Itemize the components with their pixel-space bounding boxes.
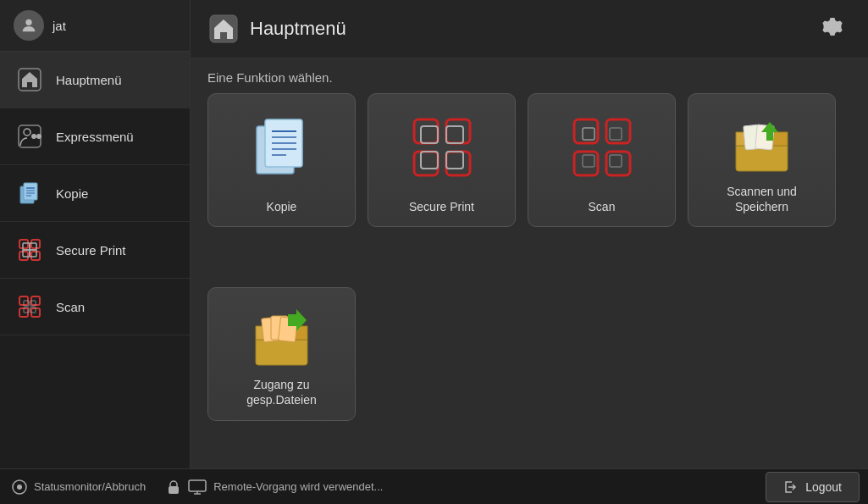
svg-point-58 [17, 485, 22, 490]
svg-rect-51 [610, 155, 622, 167]
svg-rect-7 [24, 183, 37, 200]
logout-button[interactable]: Logout [766, 472, 860, 502]
sidebar-user: jat [0, 0, 190, 52]
svg-point-5 [36, 134, 41, 139]
svg-rect-37 [446, 119, 470, 143]
sidebar-item-hauptmenu-label: Hauptmenü [56, 73, 122, 87]
home-icon [14, 64, 46, 96]
main-header-left: Hauptmenü [207, 13, 346, 45]
sidebar-item-expressmenu[interactable]: Expressmenü [0, 108, 190, 165]
zugang-dateien-card-icon [208, 288, 355, 395]
monitor-icon [188, 479, 207, 495]
status-bar: Statusmonitor/Abbruch Remote-Vorgang wir… [0, 468, 868, 504]
logout-label: Logout [805, 480, 842, 494]
svg-point-0 [25, 19, 31, 25]
scan-card-icon [528, 94, 675, 201]
scannen-speichern-card-icon [688, 94, 835, 201]
svg-rect-50 [583, 155, 594, 167]
sidebar-item-expressmenu-label: Expressmenü [56, 130, 134, 144]
main-home-icon [207, 13, 240, 45]
sidebar-item-scan[interactable]: Scan [0, 279, 190, 335]
main-title: Hauptmenü [250, 18, 346, 40]
username: jat [53, 19, 66, 33]
status-center: Remote-Vorgang wird verwendet... [158, 479, 766, 495]
svg-rect-43 [446, 152, 463, 169]
statusmonitor-icon [12, 479, 27, 495]
function-card-kopie[interactable]: Kopie [207, 93, 356, 227]
svg-rect-39 [446, 152, 470, 175]
svg-rect-15 [31, 252, 40, 260]
svg-point-4 [31, 134, 36, 139]
function-grid: Kopie [191, 93, 868, 468]
sidebar-item-kopie[interactable]: Kopie [0, 165, 190, 222]
settings-button[interactable] [814, 10, 851, 47]
sidebar-item-secure-print[interactable]: Secure Print [0, 222, 190, 279]
function-card-secure-print-label: Secure Print [409, 199, 474, 214]
function-card-scan[interactable]: Scan [528, 93, 676, 227]
main-subtitle: Eine Funktion wählen. [191, 58, 868, 93]
svg-rect-36 [414, 119, 438, 143]
svg-rect-12 [19, 240, 28, 248]
main-header: Hauptmenü [191, 0, 868, 58]
scan-sidebar-icon [14, 291, 46, 323]
function-card-zugang-dateien[interactable]: Zugang zu gesp.Dateien [207, 287, 356, 421]
status-right: Logout [766, 472, 868, 502]
svg-rect-40 [421, 126, 438, 143]
svg-rect-38 [414, 152, 438, 175]
statusmonitor-label: Statusmonitor/Abbruch [34, 480, 146, 493]
function-card-scannen-speichern[interactable]: Scannen und Speichern [688, 93, 836, 227]
function-card-kopie-label: Kopie [267, 199, 297, 214]
svg-rect-41 [446, 126, 463, 143]
function-card-scan-label: Scan [589, 199, 616, 214]
avatar [14, 10, 44, 41]
svg-rect-59 [169, 486, 179, 494]
svg-point-3 [24, 129, 30, 136]
sidebar-item-scan-label: Scan [56, 300, 85, 314]
sidebar-item-secure-print-label: Secure Print [56, 243, 126, 258]
secure-print-sidebar-icon [14, 234, 46, 266]
kopie-sidebar-icon [14, 177, 46, 209]
status-left[interactable]: Statusmonitor/Abbruch [0, 479, 158, 495]
svg-rect-42 [421, 152, 438, 169]
svg-rect-14 [19, 252, 28, 260]
svg-rect-60 [189, 480, 206, 491]
express-icon [14, 120, 46, 152]
svg-rect-48 [583, 128, 594, 140]
sidebar: jat Hauptmenü E [0, 0, 191, 468]
svg-rect-49 [610, 128, 622, 140]
sidebar-item-kopie-label: Kopie [56, 186, 88, 201]
remote-status-label: Remote-Vorgang wird verwendet... [213, 480, 383, 493]
kopie-card-icon [208, 94, 355, 201]
app-container: jat Hauptmenü E [0, 0, 868, 468]
logout-icon [783, 479, 799, 495]
svg-rect-13 [31, 240, 40, 248]
main-content: Hauptmenü Eine Funktion wählen. [191, 0, 868, 468]
lock-icon [166, 480, 181, 494]
sidebar-item-hauptmenu[interactable]: Hauptmenü [0, 52, 190, 108]
secure-print-card-icon [368, 94, 515, 201]
function-card-secure-print[interactable]: Secure Print [368, 93, 516, 227]
